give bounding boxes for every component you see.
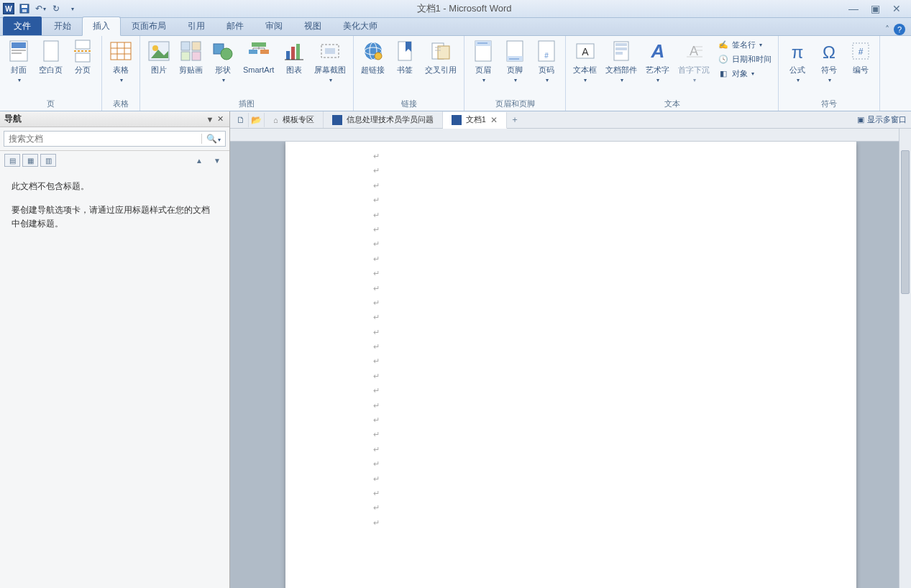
vertical-scrollbar[interactable]: [899, 129, 911, 588]
wordart-button[interactable]: A 艺术字▾: [643, 38, 672, 85]
paragraph-mark: [372, 193, 784, 207]
nav-search-input[interactable]: [4, 134, 201, 144]
nav-view-pages[interactable]: ▦: [22, 154, 38, 167]
svg-rect-11: [111, 42, 131, 60]
signature-line-button[interactable]: ✍签名行▾: [715, 38, 774, 51]
header-button[interactable]: 页眉▾: [469, 38, 498, 85]
blank-page-button[interactable]: 空白页: [36, 38, 65, 75]
group-headerfooter: 页眉▾ 页脚▾ # 页码▾ 页眉和页脚: [464, 36, 566, 111]
pagenumber-button[interactable]: # 页码▾: [532, 38, 561, 85]
equation-button[interactable]: π 公式▾: [783, 38, 812, 85]
help-icon[interactable]: ?: [894, 24, 905, 35]
quickparts-button[interactable]: 文档部件▾: [603, 38, 640, 85]
minimize-button[interactable]: —: [846, 4, 861, 14]
tab-file[interactable]: 文件: [3, 17, 42, 35]
search-icon[interactable]: 🔍▾: [201, 134, 225, 144]
svg-rect-45: [438, 46, 449, 59]
ribbon-insert: 封面▾ 空白页 分页 页 表格▾ 表格 图片: [0, 36, 911, 111]
quick-access-toolbar: ↶▾ ↻ ▾: [17, 1, 79, 16]
scrollbar-thumb[interactable]: [901, 150, 910, 294]
tab-mailings[interactable]: 邮件: [216, 17, 255, 35]
close-button[interactable]: ✕: [889, 4, 904, 14]
svg-rect-6: [12, 52, 22, 54]
page-break-button[interactable]: 分页: [68, 38, 97, 75]
svg-rect-9: [75, 53, 90, 62]
word-doc-icon: [452, 115, 462, 125]
nav-msg-2: 要创建导航选项卡，请通过应用标题样式在您的文档中创建标题。: [12, 203, 218, 231]
tab-review[interactable]: 审阅: [255, 17, 293, 35]
svg-rect-20: [192, 42, 201, 50]
redo-icon[interactable]: ↻: [49, 1, 63, 16]
new-doc-icon[interactable]: 🗋: [233, 113, 249, 127]
clipart-button[interactable]: 剪贴画: [176, 38, 206, 75]
document-scroll[interactable]: 第 1 页 / 共 2 页↵ 1 按照题目要求添加显示文本: [230, 142, 911, 588]
nav-view-results[interactable]: ▥: [40, 154, 56, 167]
paragraph-mark: [372, 222, 784, 236]
footer-button[interactable]: 页脚▾: [500, 38, 529, 85]
save-icon[interactable]: [17, 1, 32, 16]
qat-more-icon[interactable]: ▾: [65, 1, 79, 16]
tab-references[interactable]: 引用: [177, 17, 216, 35]
textbox-button[interactable]: A 文本框▾: [570, 38, 600, 85]
multi-window-button[interactable]: ▣ 显示多窗口: [857, 114, 911, 125]
tab-home[interactable]: 开始: [43, 17, 82, 35]
paragraph-mark: [372, 178, 784, 193]
paragraph-mark: [372, 413, 784, 427]
picture-button[interactable]: 图片: [145, 38, 173, 75]
nav-next-icon[interactable]: ▼: [209, 154, 225, 167]
svg-rect-33: [291, 47, 295, 60]
undo-icon[interactable]: ↶▾: [33, 1, 47, 16]
bookmark-button[interactable]: 书签: [390, 38, 419, 75]
paragraph-mark: [372, 486, 784, 500]
group-illustrations: 图片 剪贴画 形状▾ SmartArt 图表 屏幕截图▾: [140, 36, 354, 111]
cover-page-button[interactable]: 封面▾: [4, 38, 33, 85]
tab-pagelayout[interactable]: 页面布局: [121, 17, 177, 35]
svg-text:#: #: [545, 52, 549, 60]
paragraph-mark: [372, 500, 784, 515]
horizontal-ruler[interactable]: [230, 129, 911, 142]
nav-prev-icon[interactable]: ▲: [191, 154, 207, 167]
paragraph-mark: [372, 427, 784, 441]
number-button[interactable]: # 编号: [846, 38, 875, 75]
dropcap-button[interactable]: A 首字下沉▾: [675, 38, 713, 85]
hyperlink-button[interactable]: 超链接: [358, 38, 388, 75]
svg-point-41: [375, 52, 382, 60]
tab-beautify[interactable]: 美化大师: [332, 17, 388, 35]
symbol-button[interactable]: Ω 符号▾: [815, 38, 843, 85]
navigation-pane: 导航 ▼ ✕ 🔍▾ ▤ ▦ ▥ ▲ ▼ 此文档不包含标题。 要创建导航选项卡，请…: [0, 111, 230, 588]
add-tab-button[interactable]: ＋: [507, 114, 523, 126]
document-area: 🗋 📂 ⌂模板专区 信息处理技术员学员问题 文档1✕ ＋ ▣ 显示多窗口: [230, 111, 911, 588]
open-folder-icon[interactable]: 📂: [249, 113, 265, 127]
paragraph-mark: [372, 266, 784, 280]
nav-close-icon[interactable]: ✕: [215, 114, 225, 124]
paragraph-mark: [372, 456, 784, 471]
word-doc-icon: [332, 115, 342, 125]
tab-view[interactable]: 视图: [293, 17, 332, 35]
paragraph-mark: [372, 515, 784, 530]
paragraph-mark: [372, 163, 784, 178]
shapes-button[interactable]: 形状▾: [209, 38, 237, 85]
smartart-button[interactable]: SmartArt: [240, 38, 277, 75]
svg-rect-57: [615, 43, 627, 46]
close-tab-icon[interactable]: ✕: [490, 115, 498, 125]
nav-dropdown-icon[interactable]: ▼: [205, 115, 215, 124]
restore-button[interactable]: ▣: [868, 4, 882, 14]
group-symbols: π 公式▾ Ω 符号▾ # 编号 符号: [779, 36, 880, 111]
svg-rect-37: [325, 48, 335, 54]
tab-template-zone[interactable]: ⌂模板专区: [265, 111, 324, 128]
svg-rect-34: [296, 44, 300, 60]
svg-rect-7: [44, 41, 58, 61]
tab-insert[interactable]: 插入: [82, 17, 121, 36]
object-button[interactable]: ◧对象▾: [715, 67, 774, 80]
doc-tab-1[interactable]: 信息处理技术员学员问题: [324, 111, 443, 128]
datetime-button[interactable]: 🕓日期和时间: [715, 52, 774, 65]
ribbon-collapse-icon[interactable]: ˄: [885, 24, 889, 35]
table-button[interactable]: 表格▾: [106, 38, 135, 85]
nav-view-headings[interactable]: ▤: [4, 154, 20, 167]
group-tables: 表格▾ 表格: [102, 36, 140, 111]
crossref-button[interactable]: 交叉引用: [422, 38, 459, 75]
svg-rect-19: [181, 42, 190, 50]
screenshot-button[interactable]: 屏幕截图▾: [311, 38, 349, 85]
chart-button[interactable]: 图表: [280, 38, 308, 75]
doc-tab-2[interactable]: 文档1✕: [443, 112, 507, 129]
